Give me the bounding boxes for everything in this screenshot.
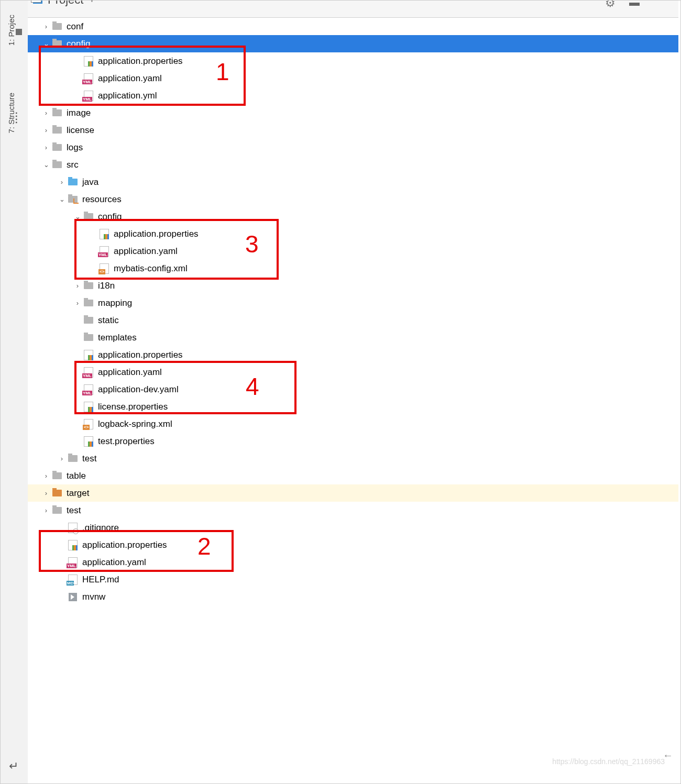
expand-arrow-icon[interactable]: ⌄ bbox=[42, 161, 50, 169]
expand-arrow-icon[interactable]: › bbox=[74, 282, 81, 290]
expand-arrow-icon[interactable]: › bbox=[42, 506, 50, 514]
tree-row[interactable]: ·static bbox=[28, 312, 678, 329]
expand-arrow-icon[interactable]: › bbox=[42, 489, 50, 497]
arrow-placeholder: · bbox=[74, 92, 81, 100]
expand-arrow-icon[interactable]: › bbox=[74, 299, 81, 307]
folder-orange-icon bbox=[52, 488, 62, 499]
tree-item-label: mapping bbox=[98, 298, 132, 308]
tree-row[interactable]: ⌄resources bbox=[28, 191, 678, 208]
tree-row[interactable]: ·application.yaml bbox=[28, 554, 678, 571]
tree-row[interactable]: ›test bbox=[28, 502, 678, 519]
tree-row[interactable]: ·logback-spring.xml bbox=[28, 415, 678, 433]
expand-arrow-icon[interactable]: › bbox=[42, 126, 50, 134]
tree-item-label: application.yaml bbox=[82, 557, 146, 568]
tree-row[interactable]: ·application-dev.yaml bbox=[28, 381, 678, 398]
arrow-placeholder: · bbox=[58, 524, 65, 532]
tree-row[interactable]: ·application.yaml bbox=[28, 363, 678, 381]
toolwindow-tab-project[interactable]: 1: Projec bbox=[1, 2, 28, 59]
expand-arrow-icon[interactable]: › bbox=[42, 472, 50, 480]
tree-item-label: license bbox=[67, 125, 94, 136]
arrow-placeholder: · bbox=[58, 593, 65, 601]
folder-icon bbox=[52, 21, 62, 32]
tree-row[interactable]: ›test bbox=[28, 450, 678, 467]
arrow-placeholder: · bbox=[74, 334, 81, 341]
project-icon bbox=[33, 0, 42, 4]
tree-row[interactable]: ·application.properties bbox=[28, 225, 678, 242]
tree-row[interactable]: ·application.yaml bbox=[28, 70, 678, 87]
folder-icon bbox=[83, 281, 94, 291]
tree-row[interactable]: ·application.properties bbox=[28, 536, 678, 554]
yml-icon bbox=[83, 91, 94, 101]
tree-row[interactable]: ·license.properties bbox=[28, 398, 678, 415]
tree-row[interactable]: ›mapping bbox=[28, 294, 678, 312]
tree-row[interactable]: ·.gitignore bbox=[28, 519, 678, 536]
tree-row[interactable]: ›logs bbox=[28, 139, 678, 156]
tree-row[interactable]: ·mybatis-config.xml bbox=[28, 260, 678, 277]
expand-arrow-icon[interactable]: ⌄ bbox=[42, 40, 50, 48]
folder-icon bbox=[83, 212, 94, 222]
expand-arrow-icon[interactable]: › bbox=[58, 178, 65, 186]
expand-arrow-icon[interactable]: › bbox=[42, 23, 50, 30]
tree-row[interactable]: ›java bbox=[28, 173, 678, 191]
yml-icon bbox=[83, 73, 94, 84]
expand-arrow-icon[interactable]: ⌄ bbox=[74, 213, 81, 220]
tree-item-label: HELP.md bbox=[82, 575, 119, 585]
folder-icon bbox=[52, 39, 62, 49]
yml-icon bbox=[83, 367, 94, 378]
run-icon bbox=[68, 592, 78, 602]
carriage-return-icon: ↵ bbox=[9, 759, 18, 773]
tree-row[interactable]: ·application.yaml bbox=[28, 242, 678, 260]
expand-arrow-icon[interactable]: › bbox=[58, 455, 65, 462]
tree-item-label: test bbox=[67, 505, 81, 516]
tree-item-label: conf bbox=[67, 21, 83, 32]
arrow-placeholder: · bbox=[90, 247, 97, 255]
ide-window: 1: Projec 7: Structure ▪ ▪▪ ▪ Project ▼ … bbox=[0, 0, 681, 784]
tree-row[interactable]: ›target bbox=[28, 484, 678, 502]
tree-row[interactable]: ·mvnw bbox=[28, 588, 678, 605]
tree-row[interactable]: ›table bbox=[28, 467, 678, 484]
arrow-placeholder: · bbox=[74, 74, 81, 82]
toolwindow-label: 1: Projec bbox=[7, 15, 16, 46]
tree-row[interactable]: ⌄src bbox=[28, 156, 678, 173]
tree-item-label: application.yaml bbox=[114, 246, 178, 257]
tree-row[interactable]: ·test.properties bbox=[28, 433, 678, 450]
tree-row[interactable]: ›i18n bbox=[28, 277, 678, 294]
tree-item-label: .gitignore bbox=[82, 523, 119, 533]
toolwindow-label: 7: Structure bbox=[7, 93, 16, 134]
toolwindow-tab-structure[interactable]: 7: Structure ▪ ▪▪ ▪ bbox=[1, 74, 28, 152]
props-icon bbox=[83, 402, 94, 412]
tree-row[interactable]: ›license bbox=[28, 122, 678, 139]
project-title: Project bbox=[48, 0, 83, 7]
tree-item-label: application.yaml bbox=[98, 73, 162, 84]
tree-row[interactable]: ⌄config bbox=[28, 35, 678, 52]
expand-arrow-icon[interactable]: › bbox=[42, 143, 50, 151]
tree-item-label: application-dev.yaml bbox=[98, 384, 179, 395]
tree-row[interactable]: ›conf bbox=[28, 18, 678, 35]
expand-arrow-icon[interactable]: ⌄ bbox=[58, 195, 65, 203]
arrow-placeholder: · bbox=[74, 420, 81, 428]
folder-icon bbox=[52, 160, 62, 170]
tree-item-label: mvnw bbox=[82, 592, 105, 602]
collapse-icon[interactable]: ▬ bbox=[629, 0, 640, 8]
tree-item-label: application.properties bbox=[98, 350, 183, 360]
md-icon bbox=[68, 575, 78, 585]
tree-row[interactable]: ·application.properties bbox=[28, 52, 678, 70]
tree-item-label: templates bbox=[98, 333, 137, 343]
folder-icon bbox=[68, 454, 78, 464]
tree-row[interactable]: ·application.properties bbox=[28, 346, 678, 363]
tree-row[interactable]: ⌄config bbox=[28, 208, 678, 225]
project-selector[interactable]: Project ▼ bbox=[33, 0, 95, 7]
project-tree[interactable]: ›conf⌄config·application.properties·appl… bbox=[28, 18, 678, 783]
tree-row[interactable]: ·application.yml bbox=[28, 87, 678, 104]
settings-icon[interactable]: ⚙ bbox=[605, 0, 616, 10]
tree-item-label: mybatis-config.xml bbox=[114, 263, 188, 274]
expand-arrow-icon[interactable]: › bbox=[42, 109, 50, 117]
folder-icon bbox=[83, 333, 94, 343]
tree-item-label: logback-spring.xml bbox=[98, 419, 172, 429]
tree-item-label: table bbox=[67, 471, 86, 481]
tree-row[interactable]: ·HELP.md bbox=[28, 571, 678, 588]
tree-item-label: application.yml bbox=[98, 91, 157, 101]
git-icon bbox=[68, 523, 78, 533]
tree-row[interactable]: ·templates bbox=[28, 329, 678, 346]
tree-row[interactable]: ›image bbox=[28, 104, 678, 122]
